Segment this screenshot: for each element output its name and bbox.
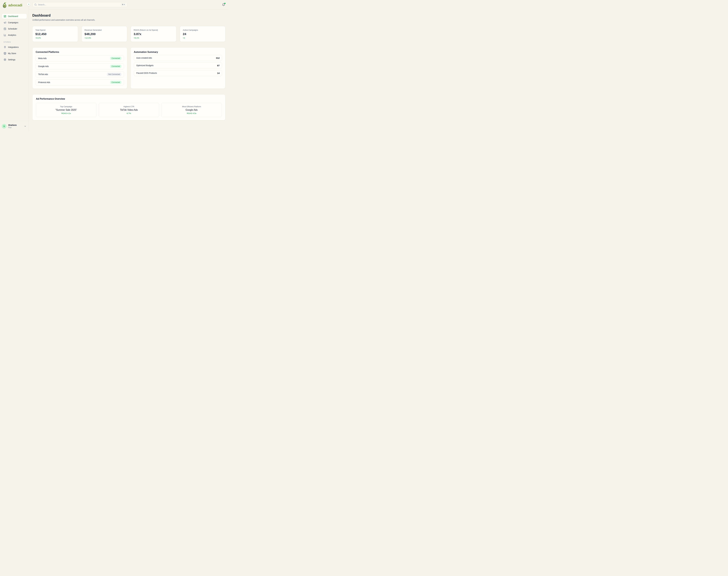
sidebar-collapse-button[interactable] [27,2,31,6]
chevron-left-icon [28,3,30,5]
kpi-value: 3.87x [134,32,173,36]
automation-label: Auto-created Ads [136,57,152,59]
platform-name: TikTok Ads [38,73,48,76]
search-shortcut-badge: ⌘ K [121,3,126,6]
perf-card-top-campaign: Top Campaign “Summer Sale 2025” ROAS 4.2… [36,103,97,117]
sidebar-item-analytics[interactable]: Analytics [2,32,27,38]
kpi-card-total-spend: Total Spend $12,450 +8.2% [32,26,78,42]
bar-chart-icon [4,34,6,36]
sidebar-item-integrations[interactable]: Integrations [2,45,27,50]
avatar: S [2,124,6,128]
connected-platforms-card: Connected Platforms Meta Ads Connected G… [32,48,127,89]
notifications-button[interactable] [222,3,225,6]
perf-metric: 6.7% [127,112,131,114]
main-area: ⌘ K Dashboard Unified performance and au… [29,0,228,132]
platform-row-meta-ads[interactable]: Meta Ads Connected [36,55,124,61]
kpi-label: Active Campaigns [183,29,222,31]
kpi-delta: +12.4% [85,37,124,39]
sidebar-item-label: Scheduler [8,28,17,30]
layout-dashboard-icon [4,15,6,18]
platform-name: Meta Ads [38,57,47,59]
kpi-label: Revenue Generated [85,29,124,31]
status-badge: Connected [110,81,122,84]
status-badge: Connected [110,57,122,60]
perf-metric: ROAS 4.5x [187,112,196,114]
status-badge: Not Connected [107,73,122,76]
kpi-delta: +6.1% [134,37,173,39]
kpi-row: Total Spend $12,450 +8.2% Revenue Genera… [32,26,225,42]
platform-row-google-ads[interactable]: Google Ads Connected [36,63,124,69]
brand-logo-link[interactable]: advocadi [2,2,27,8]
megaphone-icon [4,21,6,24]
perf-label: Highest CTR [124,106,134,108]
sidebar-item-my-store[interactable]: My Store [2,51,27,56]
search-bar[interactable]: ⌘ K [33,2,127,7]
avocado-logo-icon [2,2,7,8]
page-subtitle: Unified performance and automation overv… [32,19,225,21]
platform-row-pinterest-ads[interactable]: Pinterest Ads Connected [36,79,124,85]
sidebar-item-label: Dashboard [8,15,18,18]
automation-label: Paused OOS Products [136,72,157,74]
automation-row-optimized-budgets: Optimized Budgets 87 [134,62,222,68]
notification-dot [224,3,225,4]
automation-value: 312 [216,57,220,59]
perf-label: Top Campaign [60,106,72,108]
page-title: Dashboard [32,13,225,18]
user-name: Shahiem [8,124,17,126]
kpi-delta: +2 [183,37,222,39]
sidebar-item-label: Integrations [8,46,19,48]
ad-performance-card: Ad Performance Overview Top Campaign “Su… [32,94,225,120]
user-meta: Shahiem Plan [8,124,17,128]
kpi-card-roas: ROAS (Return on Ad Spend) 3.87x +6.1% [131,26,176,42]
dashboard-content: Dashboard Unified performance and automa… [29,9,228,120]
brand-name: advocadi [8,3,22,7]
perf-card-most-efficient-platform: Most Efficient Platform Google Ads ROAS … [161,103,222,117]
kpi-card-active-campaigns: Active Campaigns 24 +2 [180,26,225,42]
store-icon [4,52,6,55]
perf-name: “Summer Sale 2025” [55,109,77,111]
perf-name: Google Ads [186,109,197,111]
kpi-card-revenue: Revenue Generated $48,200 +12.4% [82,26,127,42]
user-plan: Plan [8,126,17,128]
kpi-delta: +8.2% [35,37,75,39]
sidebar: advocadi Dashboard Campaigns [0,0,29,132]
kpi-label: ROAS (Return on Ad Spend) [134,29,173,31]
sidebar-item-campaigns[interactable]: Campaigns [2,20,27,25]
sidebar-item-dashboard[interactable]: Dashboard [2,13,27,19]
status-badge: Connected [110,65,122,68]
app-root: advocadi Dashboard Campaigns [0,0,228,132]
automation-row-paused-oos-products: Paused OOS Products 14 [134,70,222,76]
calendar-clock-icon [4,28,6,30]
chevron-down-icon[interactable] [24,125,26,127]
stores-section-label: STORES [2,41,27,43]
search-input[interactable] [38,3,119,6]
ad-performance-grid: Top Campaign “Summer Sale 2025” ROAS 4.2… [36,103,222,117]
sidebar-item-label: Campaigns [8,21,18,24]
user-menu[interactable]: S Shahiem Plan [0,121,29,132]
search-icon [34,3,37,6]
platform-row-tiktok-ads[interactable]: TikTok Ads Not Connected [36,71,124,77]
ad-performance-title: Ad Performance Overview [36,97,222,100]
sidebar-item-scheduler[interactable]: Scheduler [2,26,27,31]
perf-card-highest-ctr: Highest CTR TikTok Video Ads 6.7% [99,103,159,117]
automation-summary-title: Automation Summary [134,51,222,53]
kpi-value: $48,200 [85,32,124,36]
automation-label: Optimized Budgets [136,64,154,67]
sidebar-item-label: Analytics [8,34,16,36]
connected-platforms-title: Connected Platforms [36,51,124,53]
kpi-value: 24 [183,32,222,36]
automation-summary-card: Automation Summary Auto-created Ads 312 … [131,48,225,89]
gear-icon [4,58,6,61]
sidebar-item-label: My Store [8,52,16,55]
platform-name: Pinterest Ads [38,81,50,84]
middle-row: Connected Platforms Meta Ads Connected G… [32,48,225,89]
automation-value: 87 [217,64,220,67]
perf-label: Most Efficient Platform [182,106,201,108]
sidebar-item-label: Settings [8,58,16,61]
plug-icon [4,46,6,49]
platform-name: Google Ads [38,65,49,67]
perf-metric: ROAS 4.2x [61,112,71,114]
sidebar-item-settings[interactable]: Settings [2,57,27,62]
kpi-label: Total Spend [35,29,75,31]
sidebar-nav: Dashboard Campaigns Scheduler Analytics [2,13,27,62]
